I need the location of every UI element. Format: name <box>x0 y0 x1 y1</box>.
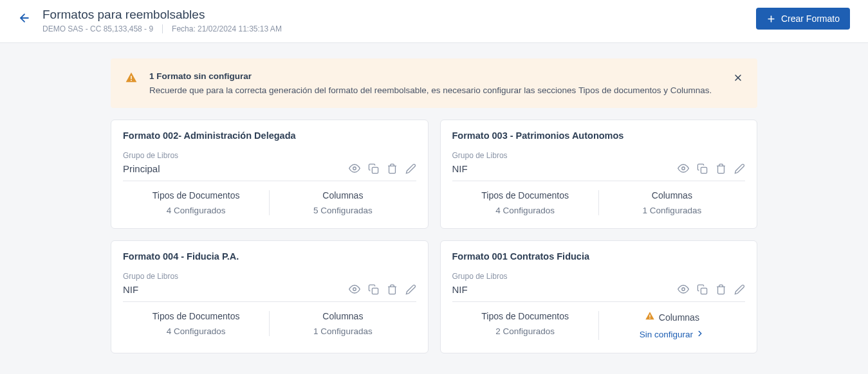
svg-rect-8 <box>372 167 378 173</box>
card-title: Formato 003 - Patrimonios Autonomos <box>452 130 746 141</box>
header-titles: Formatos para reembolsables DEMO SAS - C… <box>42 8 282 33</box>
eye-icon[interactable] <box>349 163 360 174</box>
configure-link[interactable]: Sin configurar <box>640 329 705 340</box>
stat-columns-label: Columnas <box>652 190 692 200</box>
stat-tipos-label: Tipos de Documentos <box>123 190 269 200</box>
copy-icon[interactable] <box>368 284 379 295</box>
stat-tipos: Tipos de Documentos4 Configurados <box>123 311 269 336</box>
format-card: Formato 004 - Fiducia P.A.Grupo de Libro… <box>111 240 429 353</box>
card-value-row: Principal <box>123 163 416 181</box>
page-title: Formatos para reembolsables <box>42 8 282 22</box>
copy-icon[interactable] <box>697 284 708 295</box>
trash-icon[interactable] <box>387 163 398 174</box>
chevron-right-icon <box>696 329 705 340</box>
card-value-row: NIF <box>452 163 746 181</box>
eye-icon[interactable] <box>349 283 360 295</box>
eye-icon[interactable] <box>678 163 689 174</box>
group-label: Grupo de Libros <box>452 272 746 281</box>
stat-columns-label: Columnas <box>322 311 363 321</box>
group-label: Grupo de Libros <box>123 151 416 160</box>
format-card: Formato 001 Contratos FiduciaGrupo de Li… <box>440 240 758 353</box>
pencil-icon[interactable] <box>734 163 745 174</box>
svg-point-9 <box>682 167 685 170</box>
svg-rect-15 <box>649 315 650 317</box>
cards-grid: Formato 002- Administración DelegadaGrup… <box>111 120 757 353</box>
create-format-button[interactable]: Crear Formato <box>756 8 850 30</box>
card-actions <box>349 163 416 174</box>
stat-tipos-label: Tipos de Documentos <box>452 311 598 321</box>
alert-message: Recuerde que para la correcta generación… <box>149 84 721 97</box>
alert-title: 1 Formato sin configurar <box>149 70 721 83</box>
svg-rect-4 <box>131 80 132 81</box>
card-title: Formato 002- Administración Delegada <box>123 130 416 141</box>
card-stats: Tipos de Documentos4 ConfiguradosColumna… <box>123 311 416 336</box>
card-title: Formato 004 - Fiducia P.A. <box>123 251 416 262</box>
group-label: Grupo de Libros <box>123 272 416 281</box>
group-value: NIF <box>123 284 138 295</box>
svg-rect-16 <box>649 318 650 319</box>
card-stats: Tipos de Documentos4 ConfiguradosColumna… <box>452 190 746 215</box>
copy-icon[interactable] <box>368 163 379 174</box>
stat-columns-label-wrap: Columnas <box>270 190 416 200</box>
stat-tipos-label: Tipos de Documentos <box>452 190 598 200</box>
stat-columns-value: 1 Configuradas <box>270 326 416 336</box>
close-icon[interactable] <box>733 73 743 85</box>
trash-icon[interactable] <box>716 163 726 174</box>
stat-tipos-value: 2 Configurados <box>452 326 598 336</box>
stat-tipos: Tipos de Documentos2 Configurados <box>452 311 598 340</box>
warning-triangle-icon <box>645 311 655 323</box>
card-value-row: NIF <box>123 283 416 302</box>
card-actions <box>349 283 416 295</box>
stat-columns-value: 1 Configuradas <box>599 206 745 215</box>
stat-tipos: Tipos de Documentos4 Configurados <box>123 190 269 215</box>
stat-tipos-value: 4 Configurados <box>123 206 269 215</box>
header-left: Formatos para reembolsables DEMO SAS - C… <box>18 8 282 33</box>
create-format-label: Crear Formato <box>781 13 840 24</box>
card-value-row: NIF <box>452 283 746 302</box>
trash-icon[interactable] <box>387 284 398 295</box>
alert-body: 1 Formato sin configurar Recuerde que pa… <box>149 70 721 96</box>
warning-alert: 1 Formato sin configurar Recuerde que pa… <box>111 58 757 108</box>
trash-icon[interactable] <box>716 284 726 295</box>
svg-point-7 <box>353 167 356 170</box>
pencil-icon[interactable] <box>405 163 416 174</box>
stat-columns-value: 5 Configuradas <box>270 206 416 215</box>
company-id: DEMO SAS - CC 85,133,458 - 9 <box>42 24 153 33</box>
stat-tipos-value: 4 Configurados <box>452 206 598 215</box>
stat-columns: Columnas5 Configuradas <box>269 190 416 215</box>
group-value: NIF <box>452 284 468 295</box>
svg-rect-10 <box>701 167 706 173</box>
pencil-icon[interactable] <box>405 284 416 295</box>
stat-tipos: Tipos de Documentos4 Configurados <box>452 190 598 215</box>
stat-tipos-label: Tipos de Documentos <box>123 311 269 321</box>
divider <box>162 24 163 33</box>
group-label: Grupo de Libros <box>452 151 746 160</box>
card-actions <box>678 163 745 174</box>
pencil-icon[interactable] <box>734 284 745 295</box>
back-arrow-icon[interactable] <box>18 12 31 27</box>
stat-columns-label: Columnas <box>322 190 363 200</box>
stat-columns: ColumnasSin configurar <box>598 311 745 340</box>
stat-columns-label-wrap: Columnas <box>270 311 416 321</box>
eye-icon[interactable] <box>678 283 689 295</box>
stat-columns-label-wrap: Columnas <box>599 311 745 323</box>
stat-columns: Columnas1 Configuradas <box>269 311 416 336</box>
warning-triangle-icon <box>125 71 138 87</box>
plus-icon <box>766 14 776 24</box>
svg-rect-14 <box>701 288 706 294</box>
timestamp: Fecha: 21/02/2024 11:35:13 AM <box>172 24 282 33</box>
svg-rect-12 <box>372 288 378 294</box>
format-card: Formato 003 - Patrimonios AutonomosGrupo… <box>440 120 758 229</box>
format-card: Formato 002- Administración DelegadaGrup… <box>111 120 429 229</box>
copy-icon[interactable] <box>697 163 708 174</box>
group-value: Principal <box>123 163 160 174</box>
stat-tipos-value: 4 Configurados <box>123 326 269 336</box>
card-stats: Tipos de Documentos4 ConfiguradosColumna… <box>123 190 416 215</box>
content-area: 1 Formato sin configurar Recuerde que pa… <box>111 43 757 369</box>
card-actions <box>678 283 745 295</box>
stat-columns: Columnas1 Configuradas <box>598 190 745 215</box>
card-title: Formato 001 Contratos Fiducia <box>452 251 746 262</box>
group-value: NIF <box>452 163 468 174</box>
stat-columns-label: Columnas <box>659 312 699 323</box>
svg-point-13 <box>682 288 685 291</box>
